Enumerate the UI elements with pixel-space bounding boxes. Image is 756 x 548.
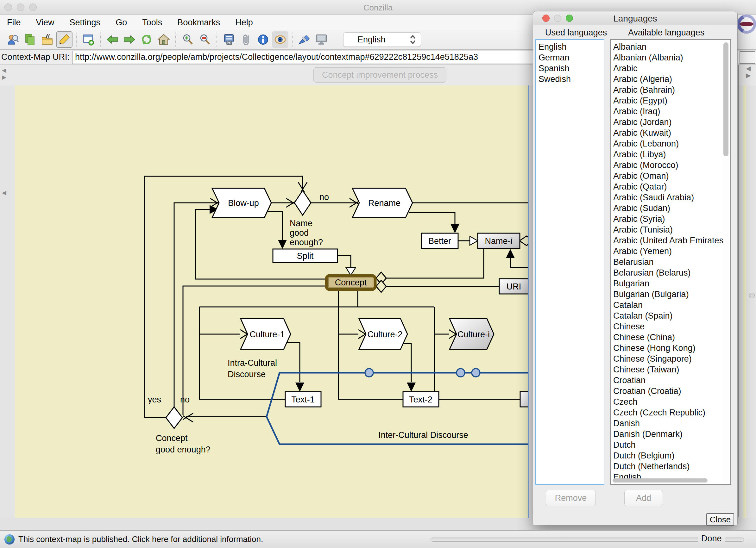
available-language-arabic-united-arab-emirates[interactable]: Arabic (United Arab Emirates)	[613, 235, 730, 246]
sidebar-collapse-icon[interactable]: ◀	[2, 190, 6, 196]
available-language-arabic-tunisia[interactable]: Arabic (Tunisia)	[613, 224, 730, 235]
forward-button[interactable]	[121, 31, 138, 48]
port[interactable]	[365, 368, 373, 377]
panel-collapse-left-icon[interactable]: ◀	[2, 67, 6, 73]
horizontal-scrollbar-thumb[interactable]	[613, 478, 708, 482]
menu-item-file[interactable]: File	[7, 16, 21, 29]
tab-concept-improvement-process[interactable]: Concept improvement process	[313, 67, 446, 83]
menu-item-go[interactable]: Go	[116, 16, 127, 29]
copy-button[interactable]	[22, 31, 38, 48]
vertical-scrollbar-thumb[interactable]	[723, 42, 728, 156]
available-language-czech-czech-republic[interactable]: Czech (Czech Republic)	[613, 407, 730, 418]
save-view-button[interactable]	[221, 31, 237, 48]
available-language-czech[interactable]: Czech	[613, 396, 730, 407]
svg-text:Culture-1: Culture-1	[249, 330, 285, 339]
decision-name-good-enough[interactable]	[294, 191, 311, 215]
available-language-danish[interactable]: Danish	[613, 418, 730, 429]
info-button[interactable]	[255, 31, 271, 48]
style-pen-button[interactable]	[296, 31, 312, 48]
available-language-arabic-oman[interactable]: Arabic (Oman)	[613, 171, 730, 181]
available-language-arabic-kuwait[interactable]: Arabic (Kuwait)	[613, 128, 730, 138]
available-language-catalan[interactable]: Catalan	[613, 299, 730, 310]
used-language-german[interactable]: German	[539, 52, 604, 63]
available-language-arabic-lebanon[interactable]: Arabic (Lebanon)	[613, 138, 730, 149]
svg-text:no: no	[180, 395, 190, 404]
available-language-arabic-bahrain[interactable]: Arabic (Bahrain)	[613, 85, 730, 95]
available-language-catalan-spain[interactable]: Catalan (Spain)	[613, 310, 730, 321]
available-language-chinese-hong-kong[interactable]: Chinese (Hong Kong)	[613, 343, 730, 353]
available-language-arabic-egypt[interactable]: Arabic (Egypt)	[613, 95, 730, 106]
available-languages-list[interactable]: AlbanianAlbanian (Albania)ArabicArabic (…	[610, 39, 731, 485]
port[interactable]	[472, 368, 480, 377]
back-button[interactable]	[104, 31, 121, 48]
zoom-in-button[interactable]	[180, 31, 196, 48]
dialog-titlebar: Languages	[533, 11, 737, 25]
canvas-focus-border	[528, 85, 529, 518]
used-language-spanish[interactable]: Spanish	[539, 63, 604, 74]
available-language-bulgarian[interactable]: Bulgarian	[613, 278, 730, 289]
available-language-arabic-sudan[interactable]: Arabic (Sudan)	[613, 203, 730, 214]
available-language-arabic-syria[interactable]: Arabic (Syria)	[613, 214, 730, 224]
menu-item-settings[interactable]: Settings	[70, 16, 101, 29]
presentation-button[interactable]	[313, 31, 330, 48]
available-language-dutch[interactable]: Dutch	[613, 439, 730, 450]
reload-button[interactable]	[138, 31, 155, 48]
available-language-arabic-libya[interactable]: Arabic (Libya)	[613, 149, 730, 160]
used-languages-list[interactable]: EnglishGermanSpanishSwedish	[535, 39, 604, 485]
monitor-icon	[315, 34, 328, 46]
available-language-albanian[interactable]: Albanian	[613, 41, 730, 52]
available-language-arabic-saudi-arabia[interactable]: Arabic (Saudi Arabia)	[613, 192, 730, 203]
scroll-arrows[interactable]: ◀▶	[746, 65, 751, 79]
available-language-arabic-morocco[interactable]: Arabic (Morocco)	[613, 160, 730, 171]
used-language-swedish[interactable]: Swedish	[539, 74, 604, 85]
toolbar-separator	[76, 33, 77, 47]
person-search-icon	[7, 34, 19, 46]
uri-label: Context-Map URI:	[0, 52, 72, 62]
port[interactable]	[457, 368, 465, 377]
svg-text:Intra-Cultural: Intra-Cultural	[228, 358, 277, 368]
available-language-chinese-taiwan[interactable]: Chinese (Taiwan)	[613, 364, 730, 375]
available-language-belarusian-belarus[interactable]: Belarusian (Belarus)	[613, 268, 730, 278]
available-language-arabic-algeria[interactable]: Arabic (Algeria)	[613, 74, 730, 85]
available-language-belarusian[interactable]: Belarusian	[613, 257, 730, 268]
available-language-arabic[interactable]: Arabic	[613, 63, 730, 74]
available-language-arabic-jordan[interactable]: Arabic (Jordan)	[613, 117, 730, 128]
used-language-english[interactable]: English	[539, 41, 604, 52]
close-button[interactable]: Close	[706, 513, 734, 526]
open-folder-button[interactable]	[39, 31, 55, 48]
zoom-out-button[interactable]	[197, 31, 213, 48]
available-language-danish-denmark[interactable]: Danish (Denmark)	[613, 429, 730, 439]
available-language-arabic-qatar[interactable]: Arabic (Qatar)	[613, 181, 730, 192]
available-language-bulgarian-bulgaria[interactable]: Bulgarian (Bulgaria)	[613, 289, 730, 299]
remove-button[interactable]: Remove	[546, 490, 596, 506]
available-language-croatian-croatia[interactable]: Croatian (Croatia)	[613, 386, 730, 396]
available-language-dutch-belgium[interactable]: Dutch (Belgium)	[613, 450, 730, 461]
panel-expand-right-icon[interactable]: ▶	[2, 74, 6, 80]
edit-mode-button[interactable]	[56, 31, 72, 48]
home-button[interactable]	[155, 31, 172, 48]
menu-item-bookmarks[interactable]: Bookmarks	[177, 16, 220, 29]
menu-item-tools[interactable]: Tools	[142, 16, 162, 29]
view-mode-button[interactable]	[272, 31, 288, 48]
available-language-arabic-yemen[interactable]: Arabic (Yemen)	[613, 246, 730, 257]
available-language-chinese-china[interactable]: Chinese (China)	[613, 332, 730, 343]
available-language-albanian-albania[interactable]: Albanian (Albania)	[613, 52, 730, 63]
vertical-scrollbar[interactable]	[723, 41, 729, 483]
concept-map-canvas[interactable]: Blow-up Rename Better Name-i Split Conce…	[15, 85, 529, 518]
svg-text:Blow-up: Blow-up	[228, 199, 259, 208]
available-language-dutch-netherlands[interactable]: Dutch (Netherlands)	[613, 461, 730, 472]
decision-concept-good-enough[interactable]	[166, 407, 182, 428]
available-language-arabic-iraq[interactable]: Arabic (Iraq)	[613, 106, 730, 117]
scrollbar-knob[interactable]	[749, 293, 755, 298]
language-dropdown[interactable]: English	[343, 32, 421, 47]
available-language-chinese-singapore[interactable]: Chinese (Singapore)	[613, 353, 730, 364]
menu-item-view[interactable]: View	[36, 16, 54, 29]
available-language-croatian[interactable]: Croatian	[613, 375, 730, 386]
menu-item-help[interactable]: Help	[235, 16, 253, 29]
status-message[interactable]: This context-map is published. Click her…	[18, 534, 263, 544]
attach-button[interactable]	[238, 31, 254, 48]
available-language-chinese[interactable]: Chinese	[613, 321, 730, 332]
new-map-button[interactable]	[80, 31, 97, 48]
add-button[interactable]: Add	[624, 490, 663, 506]
history-person-button[interactable]	[5, 31, 21, 48]
